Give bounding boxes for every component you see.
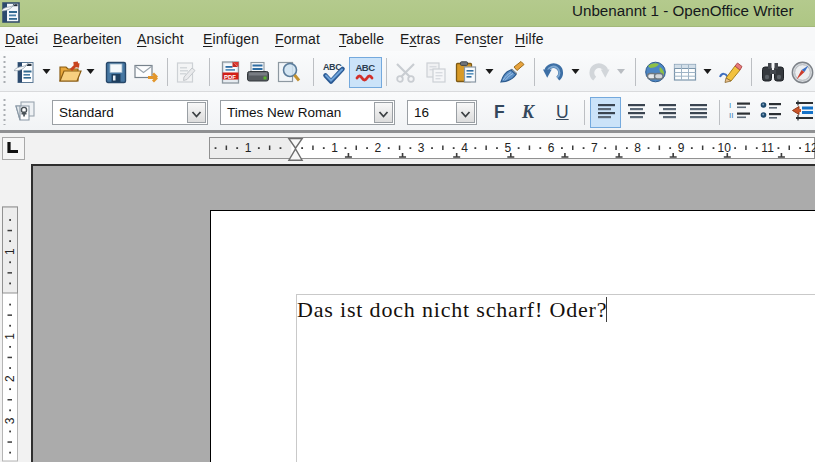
svg-text:2: 2 (3, 375, 17, 382)
svg-text:1: 1 (245, 141, 252, 155)
svg-text:7: 7 (591, 141, 598, 155)
svg-text:5: 5 (504, 141, 511, 155)
svg-text:3: 3 (418, 141, 425, 155)
svg-text:2: 2 (375, 141, 382, 155)
svg-text:I: I (729, 101, 731, 110)
svg-text:1: 1 (3, 333, 17, 340)
svg-text:12: 12 (804, 141, 815, 155)
svg-text:11: 11 (761, 141, 774, 155)
svg-text:II: II (729, 111, 733, 120)
svg-text:ABC: ABC (356, 62, 376, 73)
svg-text:9: 9 (678, 141, 685, 155)
svg-text:10: 10 (718, 141, 732, 155)
svg-text:6: 6 (548, 141, 555, 155)
svg-text:4: 4 (461, 141, 468, 155)
svg-text:8: 8 (634, 141, 641, 155)
svg-text:1: 1 (3, 248, 17, 255)
svg-text:PDF: PDF (224, 74, 236, 80)
svg-text:3: 3 (3, 417, 17, 424)
svg-text:1: 1 (331, 141, 338, 155)
